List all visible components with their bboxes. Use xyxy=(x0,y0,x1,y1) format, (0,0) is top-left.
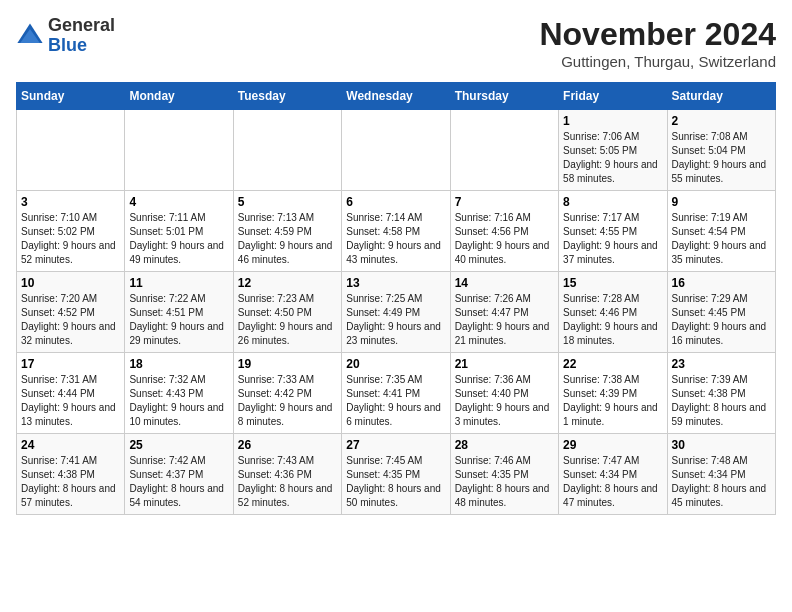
day-info: Sunrise: 7:32 AM Sunset: 4:43 PM Dayligh… xyxy=(129,373,228,429)
day-number: 23 xyxy=(672,357,771,371)
day-info: Sunrise: 7:39 AM Sunset: 4:38 PM Dayligh… xyxy=(672,373,771,429)
day-info: Sunrise: 7:17 AM Sunset: 4:55 PM Dayligh… xyxy=(563,211,662,267)
calendar-cell: 1Sunrise: 7:06 AM Sunset: 5:05 PM Daylig… xyxy=(559,110,667,191)
calendar-week-4: 17Sunrise: 7:31 AM Sunset: 4:44 PM Dayli… xyxy=(17,353,776,434)
calendar-cell: 2Sunrise: 7:08 AM Sunset: 5:04 PM Daylig… xyxy=(667,110,775,191)
day-info: Sunrise: 7:47 AM Sunset: 4:34 PM Dayligh… xyxy=(563,454,662,510)
calendar-cell: 3Sunrise: 7:10 AM Sunset: 5:02 PM Daylig… xyxy=(17,191,125,272)
day-info: Sunrise: 7:35 AM Sunset: 4:41 PM Dayligh… xyxy=(346,373,445,429)
header: General Blue November 2024 Guttingen, Th… xyxy=(16,16,776,70)
day-number: 26 xyxy=(238,438,337,452)
day-number: 22 xyxy=(563,357,662,371)
calendar-cell xyxy=(233,110,341,191)
day-info: Sunrise: 7:26 AM Sunset: 4:47 PM Dayligh… xyxy=(455,292,554,348)
logo: General Blue xyxy=(16,16,115,56)
day-info: Sunrise: 7:25 AM Sunset: 4:49 PM Dayligh… xyxy=(346,292,445,348)
calendar-table: SundayMondayTuesdayWednesdayThursdayFrid… xyxy=(16,82,776,515)
month-title: November 2024 xyxy=(539,16,776,53)
calendar-cell: 14Sunrise: 7:26 AM Sunset: 4:47 PM Dayli… xyxy=(450,272,558,353)
calendar-cell: 16Sunrise: 7:29 AM Sunset: 4:45 PM Dayli… xyxy=(667,272,775,353)
header-cell-friday: Friday xyxy=(559,83,667,110)
header-cell-saturday: Saturday xyxy=(667,83,775,110)
calendar-cell: 29Sunrise: 7:47 AM Sunset: 4:34 PM Dayli… xyxy=(559,434,667,515)
day-info: Sunrise: 7:20 AM Sunset: 4:52 PM Dayligh… xyxy=(21,292,120,348)
day-info: Sunrise: 7:48 AM Sunset: 4:34 PM Dayligh… xyxy=(672,454,771,510)
day-number: 28 xyxy=(455,438,554,452)
day-info: Sunrise: 7:13 AM Sunset: 4:59 PM Dayligh… xyxy=(238,211,337,267)
calendar-cell: 20Sunrise: 7:35 AM Sunset: 4:41 PM Dayli… xyxy=(342,353,450,434)
day-info: Sunrise: 7:28 AM Sunset: 4:46 PM Dayligh… xyxy=(563,292,662,348)
calendar-cell xyxy=(450,110,558,191)
calendar-week-2: 3Sunrise: 7:10 AM Sunset: 5:02 PM Daylig… xyxy=(17,191,776,272)
calendar-cell xyxy=(342,110,450,191)
calendar-cell: 25Sunrise: 7:42 AM Sunset: 4:37 PM Dayli… xyxy=(125,434,233,515)
day-info: Sunrise: 7:38 AM Sunset: 4:39 PM Dayligh… xyxy=(563,373,662,429)
calendar-cell: 12Sunrise: 7:23 AM Sunset: 4:50 PM Dayli… xyxy=(233,272,341,353)
calendar-cell: 18Sunrise: 7:32 AM Sunset: 4:43 PM Dayli… xyxy=(125,353,233,434)
day-info: Sunrise: 7:42 AM Sunset: 4:37 PM Dayligh… xyxy=(129,454,228,510)
calendar-cell: 30Sunrise: 7:48 AM Sunset: 4:34 PM Dayli… xyxy=(667,434,775,515)
logo-text: General Blue xyxy=(48,16,115,56)
calendar-week-1: 1Sunrise: 7:06 AM Sunset: 5:05 PM Daylig… xyxy=(17,110,776,191)
calendar-cell: 28Sunrise: 7:46 AM Sunset: 4:35 PM Dayli… xyxy=(450,434,558,515)
day-number: 3 xyxy=(21,195,120,209)
day-info: Sunrise: 7:29 AM Sunset: 4:45 PM Dayligh… xyxy=(672,292,771,348)
day-info: Sunrise: 7:10 AM Sunset: 5:02 PM Dayligh… xyxy=(21,211,120,267)
day-number: 27 xyxy=(346,438,445,452)
day-info: Sunrise: 7:11 AM Sunset: 5:01 PM Dayligh… xyxy=(129,211,228,267)
day-info: Sunrise: 7:41 AM Sunset: 4:38 PM Dayligh… xyxy=(21,454,120,510)
day-number: 5 xyxy=(238,195,337,209)
header-cell-tuesday: Tuesday xyxy=(233,83,341,110)
header-cell-sunday: Sunday xyxy=(17,83,125,110)
calendar-cell: 4Sunrise: 7:11 AM Sunset: 5:01 PM Daylig… xyxy=(125,191,233,272)
day-number: 19 xyxy=(238,357,337,371)
calendar-header-row: SundayMondayTuesdayWednesdayThursdayFrid… xyxy=(17,83,776,110)
calendar-week-3: 10Sunrise: 7:20 AM Sunset: 4:52 PM Dayli… xyxy=(17,272,776,353)
calendar-week-5: 24Sunrise: 7:41 AM Sunset: 4:38 PM Dayli… xyxy=(17,434,776,515)
logo-icon xyxy=(16,22,44,50)
day-info: Sunrise: 7:08 AM Sunset: 5:04 PM Dayligh… xyxy=(672,130,771,186)
day-number: 9 xyxy=(672,195,771,209)
day-number: 1 xyxy=(563,114,662,128)
calendar-cell: 9Sunrise: 7:19 AM Sunset: 4:54 PM Daylig… xyxy=(667,191,775,272)
calendar-cell: 8Sunrise: 7:17 AM Sunset: 4:55 PM Daylig… xyxy=(559,191,667,272)
calendar-cell xyxy=(125,110,233,191)
header-cell-wednesday: Wednesday xyxy=(342,83,450,110)
day-info: Sunrise: 7:14 AM Sunset: 4:58 PM Dayligh… xyxy=(346,211,445,267)
day-number: 15 xyxy=(563,276,662,290)
day-number: 12 xyxy=(238,276,337,290)
location-title: Guttingen, Thurgau, Switzerland xyxy=(539,53,776,70)
day-info: Sunrise: 7:23 AM Sunset: 4:50 PM Dayligh… xyxy=(238,292,337,348)
day-number: 30 xyxy=(672,438,771,452)
day-number: 17 xyxy=(21,357,120,371)
calendar-cell: 23Sunrise: 7:39 AM Sunset: 4:38 PM Dayli… xyxy=(667,353,775,434)
day-info: Sunrise: 7:31 AM Sunset: 4:44 PM Dayligh… xyxy=(21,373,120,429)
day-number: 20 xyxy=(346,357,445,371)
calendar-cell xyxy=(17,110,125,191)
day-info: Sunrise: 7:16 AM Sunset: 4:56 PM Dayligh… xyxy=(455,211,554,267)
header-cell-thursday: Thursday xyxy=(450,83,558,110)
title-section: November 2024 Guttingen, Thurgau, Switze… xyxy=(539,16,776,70)
day-info: Sunrise: 7:36 AM Sunset: 4:40 PM Dayligh… xyxy=(455,373,554,429)
day-number: 18 xyxy=(129,357,228,371)
day-number: 14 xyxy=(455,276,554,290)
calendar-cell: 27Sunrise: 7:45 AM Sunset: 4:35 PM Dayli… xyxy=(342,434,450,515)
day-number: 10 xyxy=(21,276,120,290)
calendar-cell: 26Sunrise: 7:43 AM Sunset: 4:36 PM Dayli… xyxy=(233,434,341,515)
calendar-cell: 5Sunrise: 7:13 AM Sunset: 4:59 PM Daylig… xyxy=(233,191,341,272)
day-number: 13 xyxy=(346,276,445,290)
day-number: 7 xyxy=(455,195,554,209)
day-info: Sunrise: 7:22 AM Sunset: 4:51 PM Dayligh… xyxy=(129,292,228,348)
day-info: Sunrise: 7:43 AM Sunset: 4:36 PM Dayligh… xyxy=(238,454,337,510)
calendar-cell: 17Sunrise: 7:31 AM Sunset: 4:44 PM Dayli… xyxy=(17,353,125,434)
calendar-body: 1Sunrise: 7:06 AM Sunset: 5:05 PM Daylig… xyxy=(17,110,776,515)
header-cell-monday: Monday xyxy=(125,83,233,110)
calendar-cell: 10Sunrise: 7:20 AM Sunset: 4:52 PM Dayli… xyxy=(17,272,125,353)
day-info: Sunrise: 7:45 AM Sunset: 4:35 PM Dayligh… xyxy=(346,454,445,510)
day-number: 11 xyxy=(129,276,228,290)
day-info: Sunrise: 7:19 AM Sunset: 4:54 PM Dayligh… xyxy=(672,211,771,267)
calendar-cell: 13Sunrise: 7:25 AM Sunset: 4:49 PM Dayli… xyxy=(342,272,450,353)
day-number: 25 xyxy=(129,438,228,452)
calendar-cell: 7Sunrise: 7:16 AM Sunset: 4:56 PM Daylig… xyxy=(450,191,558,272)
day-number: 6 xyxy=(346,195,445,209)
